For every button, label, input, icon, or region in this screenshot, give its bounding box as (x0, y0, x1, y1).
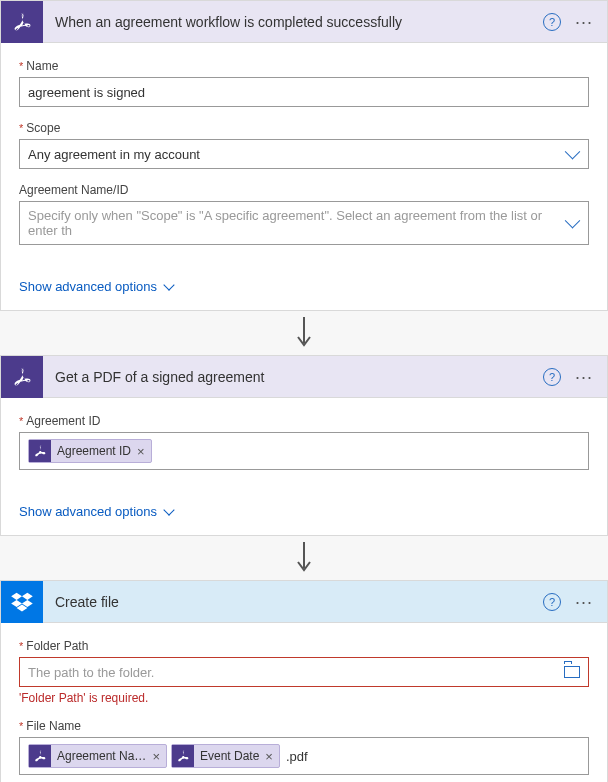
remove-token-icon[interactable]: × (152, 749, 160, 764)
scope-select[interactable]: Any agreement in my account (19, 139, 589, 169)
createfile-body: Folder Path The path to the folder. 'Fol… (1, 623, 607, 782)
help-icon[interactable]: ? (543, 593, 561, 611)
name-input[interactable]: agreement is signed (19, 77, 589, 107)
agreement-label: Agreement Name/ID (19, 183, 589, 197)
action-pdf-header[interactable]: Get a PDF of a signed agreement ? ··· (1, 356, 607, 398)
name-label: Name (19, 59, 589, 73)
action-pdf-title: Get a PDF of a signed agreement (43, 369, 543, 385)
remove-token-icon[interactable]: × (265, 749, 273, 764)
file-name-input[interactable]: Agreement Na… × Event Date × .pdf (19, 737, 589, 775)
chevron-down-icon (163, 504, 174, 515)
trigger-card: When an agreement workflow is completed … (0, 0, 608, 311)
more-menu-icon[interactable]: ··· (569, 593, 599, 611)
adobe-icon (29, 745, 51, 767)
remove-token-icon[interactable]: × (137, 444, 145, 459)
folder-error-text: 'Folder Path' is required. (19, 691, 589, 705)
adobe-icon (1, 1, 43, 43)
token-agreement-name[interactable]: Agreement Na… × (28, 744, 167, 768)
folder-placeholder: The path to the folder. (28, 665, 154, 680)
chevron-down-icon (163, 279, 174, 290)
trigger-header[interactable]: When an agreement workflow is completed … (1, 1, 607, 43)
scope-label: Scope (19, 121, 589, 135)
adobe-icon (172, 745, 194, 767)
adobe-icon (1, 356, 43, 398)
agreement-id-label: Agreement ID (19, 414, 589, 428)
file-name-label: File Name (19, 719, 589, 733)
trigger-body: Name agreement is signed Scope Any agree… (1, 43, 607, 269)
folder-path-label: Folder Path (19, 639, 589, 653)
help-icon[interactable]: ? (543, 13, 561, 31)
createfile-header[interactable]: Create file ? ··· (1, 581, 607, 623)
scope-value: Any agreement in my account (28, 147, 200, 162)
agreement-placeholder: Specify only when "Scope" is "A specific… (28, 208, 560, 238)
file-name-suffix: .pdf (286, 749, 308, 764)
agreement-id-input[interactable]: Agreement ID × (19, 432, 589, 470)
name-value: agreement is signed (28, 85, 145, 100)
folder-path-input[interactable]: The path to the folder. (19, 657, 589, 687)
more-menu-icon[interactable]: ··· (569, 13, 599, 31)
token-event-date[interactable]: Event Date × (171, 744, 280, 768)
help-icon[interactable]: ? (543, 368, 561, 386)
dropbox-icon (1, 581, 43, 623)
token-agreement-id[interactable]: Agreement ID × (28, 439, 152, 463)
flow-arrow-icon (0, 311, 608, 355)
action-pdf-body: Agreement ID Agreement ID × (1, 398, 607, 494)
action-card-pdf: Get a PDF of a signed agreement ? ··· Ag… (0, 355, 608, 536)
more-menu-icon[interactable]: ··· (569, 368, 599, 386)
trigger-title: When an agreement workflow is completed … (43, 14, 543, 30)
createfile-title: Create file (43, 594, 543, 610)
adobe-icon (29, 440, 51, 462)
flow-arrow-icon (0, 536, 608, 580)
action-card-createfile: Create file ? ··· Folder Path The path t… (0, 580, 608, 782)
show-advanced-link[interactable]: Show advanced options (1, 269, 607, 310)
agreement-select[interactable]: Specify only when "Scope" is "A specific… (19, 201, 589, 245)
show-advanced-link[interactable]: Show advanced options (1, 494, 607, 535)
